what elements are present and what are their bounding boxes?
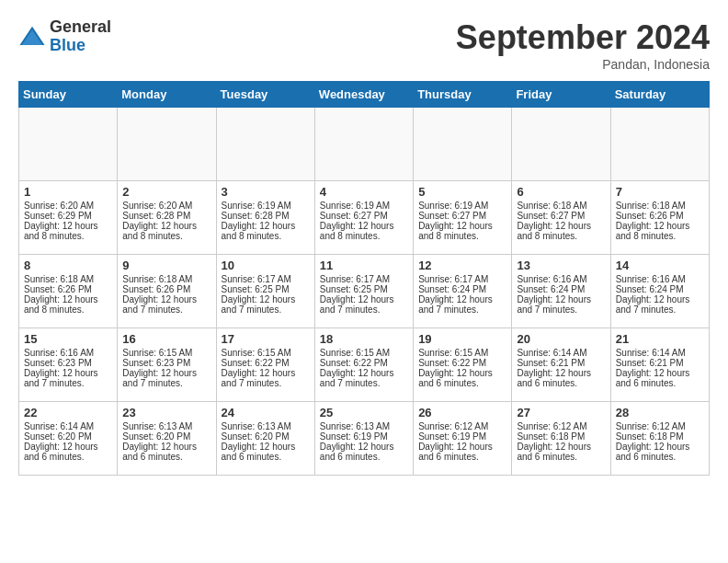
day-number: 18 (320, 332, 408, 346)
title-area: September 2024 Pandan, Indonesia (456, 18, 710, 72)
calendar-cell: 3 Sunrise: 6:19 AM Sunset: 6:28 PM Dayli… (216, 181, 314, 255)
sunset-label: Sunset: 6:22 PM (418, 358, 486, 368)
daylight-label: Daylight: 12 hours and 7 minutes. (122, 368, 197, 388)
daylight-label: Daylight: 12 hours and 7 minutes. (418, 294, 493, 315)
sunrise-label: Sunrise: 6:15 AM (222, 348, 291, 358)
day-number: 26 (418, 406, 506, 419)
calendar-row-4: 22 Sunrise: 6:14 AM Sunset: 6:20 PM Dayl… (19, 402, 710, 476)
day-number: 25 (320, 406, 408, 419)
daylight-label: Daylight: 12 hours and 7 minutes. (222, 368, 296, 388)
calendar-row-1: 1 Sunrise: 6:20 AM Sunset: 6:29 PM Dayli… (19, 181, 710, 255)
day-number: 20 (517, 332, 605, 346)
daylight-label: Daylight: 12 hours and 6 minutes. (418, 368, 493, 388)
day-number: 1 (24, 185, 112, 199)
calendar-cell: 14 Sunrise: 6:16 AM Sunset: 6:24 PM Dayl… (610, 255, 709, 328)
sunset-label: Sunset: 6:28 PM (122, 211, 190, 221)
sunrise-label: Sunrise: 6:17 AM (320, 274, 390, 284)
calendar-cell: 23 Sunrise: 6:13 AM Sunset: 6:20 PM Dayl… (118, 402, 216, 476)
calendar-cell: 2 Sunrise: 6:20 AM Sunset: 6:28 PM Dayli… (118, 181, 216, 255)
day-number: 5 (418, 185, 506, 199)
sunrise-label: Sunrise: 6:18 AM (24, 274, 94, 284)
sunset-label: Sunset: 6:25 PM (222, 284, 290, 294)
day-number: 17 (222, 332, 310, 346)
day-number: 22 (24, 406, 112, 419)
daylight-label: Daylight: 12 hours and 8 minutes. (616, 221, 690, 241)
col-header-monday: Monday (118, 82, 216, 108)
daylight-label: Daylight: 12 hours and 8 minutes. (418, 221, 493, 241)
sunset-label: Sunset: 6:26 PM (24, 284, 92, 294)
calendar-row-0 (19, 108, 710, 181)
sunset-label: Sunset: 6:24 PM (616, 284, 684, 294)
day-number: 19 (418, 332, 506, 346)
sunset-label: Sunset: 6:18 PM (616, 431, 684, 442)
calendar-row-3: 15 Sunrise: 6:16 AM Sunset: 6:23 PM Dayl… (19, 328, 710, 402)
sunset-label: Sunset: 6:20 PM (122, 431, 190, 442)
sunset-label: Sunset: 6:19 PM (418, 431, 486, 442)
sunset-label: Sunset: 6:27 PM (517, 211, 585, 221)
sunrise-label: Sunrise: 6:20 AM (24, 201, 94, 211)
logo-text: General Blue (50, 18, 111, 55)
sunrise-label: Sunrise: 6:14 AM (24, 421, 94, 431)
daylight-label: Daylight: 12 hours and 7 minutes. (517, 294, 591, 315)
logo-icon (18, 23, 46, 51)
sunset-label: Sunset: 6:18 PM (517, 431, 585, 442)
daylight-label: Daylight: 12 hours and 7 minutes. (616, 294, 690, 315)
day-number: 12 (418, 259, 506, 272)
daylight-label: Daylight: 12 hours and 6 minutes. (24, 442, 98, 462)
sunset-label: Sunset: 6:28 PM (222, 211, 290, 221)
col-header-friday: Friday (512, 82, 610, 108)
daylight-label: Daylight: 12 hours and 8 minutes. (320, 221, 394, 241)
daylight-label: Daylight: 12 hours and 8 minutes. (24, 294, 98, 315)
calendar-row-2: 8 Sunrise: 6:18 AM Sunset: 6:26 PM Dayli… (19, 255, 710, 328)
logo: General Blue (18, 18, 111, 55)
calendar-cell: 1 Sunrise: 6:20 AM Sunset: 6:29 PM Dayli… (19, 181, 118, 255)
calendar-cell: 21 Sunrise: 6:14 AM Sunset: 6:21 PM Dayl… (610, 328, 709, 402)
calendar-cell: 13 Sunrise: 6:16 AM Sunset: 6:24 PM Dayl… (512, 255, 610, 328)
day-number: 2 (122, 185, 210, 199)
calendar-cell: 18 Sunrise: 6:15 AM Sunset: 6:22 PM Dayl… (314, 328, 413, 402)
sunset-label: Sunset: 6:19 PM (320, 431, 388, 442)
day-number: 10 (222, 259, 310, 272)
daylight-label: Daylight: 12 hours and 8 minutes. (222, 221, 296, 241)
calendar-cell: 17 Sunrise: 6:15 AM Sunset: 6:22 PM Dayl… (216, 328, 314, 402)
day-number: 13 (517, 259, 605, 272)
day-number: 3 (222, 185, 310, 199)
sunrise-label: Sunrise: 6:16 AM (616, 274, 686, 284)
daylight-label: Daylight: 12 hours and 6 minutes. (616, 368, 690, 388)
calendar-cell: 19 Sunrise: 6:15 AM Sunset: 6:22 PM Dayl… (414, 328, 512, 402)
daylight-label: Daylight: 12 hours and 7 minutes. (122, 294, 197, 315)
sunset-label: Sunset: 6:23 PM (122, 358, 190, 368)
sunset-label: Sunset: 6:26 PM (616, 211, 684, 221)
daylight-label: Daylight: 12 hours and 7 minutes. (320, 294, 394, 315)
sunrise-label: Sunrise: 6:14 AM (616, 348, 686, 358)
calendar-header-row: SundayMondayTuesdayWednesdayThursdayFrid… (19, 82, 710, 108)
col-header-thursday: Thursday (414, 82, 512, 108)
sunrise-label: Sunrise: 6:15 AM (122, 348, 192, 358)
calendar-cell: 11 Sunrise: 6:17 AM Sunset: 6:25 PM Dayl… (314, 255, 413, 328)
sunrise-label: Sunrise: 6:14 AM (517, 348, 586, 358)
day-number: 4 (320, 185, 408, 199)
calendar-cell (414, 108, 512, 181)
day-number: 15 (24, 332, 112, 346)
daylight-label: Daylight: 12 hours and 7 minutes. (320, 368, 394, 388)
calendar-cell (216, 108, 314, 181)
col-header-sunday: Sunday (19, 82, 118, 108)
calendar-cell: 6 Sunrise: 6:18 AM Sunset: 6:27 PM Dayli… (512, 181, 610, 255)
month-title: September 2024 (456, 18, 710, 57)
sunrise-label: Sunrise: 6:13 AM (222, 421, 291, 431)
calendar-cell: 22 Sunrise: 6:14 AM Sunset: 6:20 PM Dayl… (19, 402, 118, 476)
sunrise-label: Sunrise: 6:12 AM (517, 421, 586, 431)
sunrise-label: Sunrise: 6:19 AM (222, 201, 291, 211)
daylight-label: Daylight: 12 hours and 8 minutes. (122, 221, 197, 241)
daylight-label: Daylight: 12 hours and 6 minutes. (517, 368, 591, 388)
sunrise-label: Sunrise: 6:16 AM (24, 348, 94, 358)
day-number: 27 (517, 406, 605, 419)
sunset-label: Sunset: 6:22 PM (320, 358, 388, 368)
daylight-label: Daylight: 12 hours and 6 minutes. (418, 442, 493, 462)
calendar-cell: 15 Sunrise: 6:16 AM Sunset: 6:23 PM Dayl… (19, 328, 118, 402)
sunset-label: Sunset: 6:27 PM (418, 211, 486, 221)
calendar-cell: 24 Sunrise: 6:13 AM Sunset: 6:20 PM Dayl… (216, 402, 314, 476)
daylight-label: Daylight: 12 hours and 6 minutes. (122, 442, 197, 462)
day-number: 14 (616, 259, 704, 272)
sunrise-label: Sunrise: 6:18 AM (122, 274, 192, 284)
